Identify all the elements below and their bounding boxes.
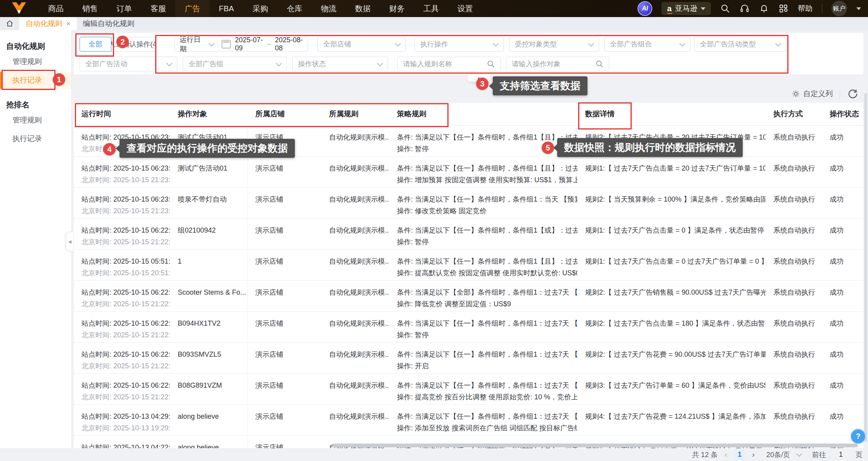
search-icon[interactable] xyxy=(720,3,730,14)
nav-item-广告[interactable]: 广告 xyxy=(175,0,210,17)
refresh-icon[interactable] xyxy=(847,88,859,100)
cell-data-detail[interactable]: 规则1:【 过去7天广告点击量 = 0 】满足条件，状态由暂停，调整为暂 xyxy=(577,219,766,249)
page-number-button[interactable]: 1 xyxy=(734,449,745,460)
segment-全部[interactable]: 全部 xyxy=(80,37,111,52)
cell-data-detail[interactable]: 规则2:【 过去7天广告销售额 = 90.00US$ 过去7天广告曝光量 = 2… xyxy=(577,281,766,311)
cell-strategy-rule: 条件: 当满足以下【任一】条件组时，条件组1【且】：过去7天 【广...操作: … xyxy=(389,250,577,280)
cell-execute-mode: 系统自动执行 xyxy=(766,405,822,435)
filter-select-全部店铺[interactable]: 全部店铺 xyxy=(317,37,406,52)
account-button[interactable]: 账户 xyxy=(832,1,847,16)
cell-data-detail[interactable]: 规则4:【 过去7天广告花费 = 124.21US$ 】满足条件，添加到投放， xyxy=(577,405,766,435)
date-end-value[interactable]: 2025-08-08 xyxy=(275,36,303,52)
cell-data-detail[interactable]: 规则2:【 过去7天广告点击量 = 180 】满足条件，状态由暂停，调整为 xyxy=(577,312,766,342)
cell-operation-target[interactable]: along believe xyxy=(170,436,248,449)
close-icon[interactable]: × xyxy=(66,20,71,28)
prev-page-button[interactable]: ‹ xyxy=(724,450,728,459)
home-tab-button[interactable] xyxy=(3,17,16,30)
strategy-action: 操作: 提高默认竞价 按固定值调整 使用实时默认竞价: US$0.02，默... xyxy=(397,267,572,279)
rule-name-search-input[interactable]: 请输入规则名称 xyxy=(397,57,501,71)
cell-operation-target[interactable]: 组02100942 xyxy=(170,219,248,249)
search-icon[interactable] xyxy=(487,60,495,68)
filter-select-全部广告活动[interactable]: 全部广告活动 xyxy=(80,57,177,71)
table-row: 站点时间: 2025-10-15 05:51:49北京时间: 2025-10-1… xyxy=(74,250,863,281)
sidebar-item-管理规则[interactable]: 管理规则 xyxy=(0,112,71,129)
nav-item-财务[interactable]: 财务 xyxy=(380,0,414,17)
cell-run-time: 站点时间: 2025-10-15 06:23:08北京时间: 2025-10-1… xyxy=(74,157,170,187)
vertical-scrollbar-thumb[interactable] xyxy=(864,93,867,442)
chevron-down-icon xyxy=(796,451,802,457)
nav-item-工具[interactable]: 工具 xyxy=(414,0,448,17)
filter-select-全部广告组合[interactable]: 全部广告组合 xyxy=(604,37,690,52)
customize-columns-button[interactable]: 自定义列 xyxy=(792,89,833,99)
strategy-action: 操作: 提高竞价 按百分比调整 使用原始竞价: 10 %，竞价上限:US$... xyxy=(397,391,572,403)
brand-logo-icon[interactable] xyxy=(10,1,28,16)
cell-shop: 演示店铺 xyxy=(248,250,321,280)
help-float-button[interactable]: ? xyxy=(851,429,866,444)
filter-select-操作状态[interactable]: 操作状态 xyxy=(292,57,388,71)
rule-name-placeholder: 请输入规则名称 xyxy=(403,59,452,69)
notification-bell-icon[interactable] xyxy=(759,3,769,14)
nav-item-采购[interactable]: 采购 xyxy=(243,0,277,17)
cell-data-detail[interactable]: 规则1:【 过去7天广告点击量 = 20 过去7天广告订单量 = 10 】满足条 xyxy=(577,157,766,187)
tabs-container: 自动化规则×编辑自动化规则 xyxy=(16,17,141,30)
tab-编辑自动化规则[interactable]: 编辑自动化规则 xyxy=(77,17,141,30)
sidebar-item-管理规则[interactable]: 管理规则 xyxy=(0,53,71,70)
nav-item-数据[interactable]: 数据 xyxy=(346,0,380,17)
gear-icon xyxy=(792,90,800,98)
next-page-button[interactable]: › xyxy=(751,450,755,459)
goto-page-input[interactable]: 1 xyxy=(832,449,849,461)
account-chevron-down-icon[interactable] xyxy=(856,7,861,10)
nav-item-订单[interactable]: 订单 xyxy=(107,0,141,17)
cell-operation-target[interactable]: B093SMVZL5 xyxy=(170,343,248,373)
cell-data-detail[interactable]: 规则1:【 过去7天广告点击量 = 0 过去7天广告订单量 = 0 】满足条件 xyxy=(577,250,766,280)
horizontal-scrollbar-thumb[interactable] xyxy=(332,444,858,447)
sidebar-collapse-handle[interactable]: ◀ xyxy=(66,232,73,251)
cell-operation-target[interactable]: 1 xyxy=(170,250,248,280)
page-size-select[interactable]: 20条/页 xyxy=(762,449,806,461)
cell-operation-target[interactable]: Scooter Stems & Fo... xyxy=(170,281,248,311)
cell-data-detail[interactable]: 规则2:【 过去7天广告花费 = 90.00US$ 过去7天广告订单量 = 80… xyxy=(577,343,766,373)
search-icon[interactable] xyxy=(596,60,603,68)
marketplace-switcher[interactable]: a 亚马逊 xyxy=(662,2,711,15)
chevron-down-icon xyxy=(588,40,594,47)
cell-operation-target[interactable]: B094HX1TV2 xyxy=(170,312,248,342)
nav-item-仓库[interactable]: 仓库 xyxy=(277,0,312,17)
strategy-condition: 条件: 当满足以下【全部】条件组时，条件组1：过去7天 【广告曝光... xyxy=(397,287,572,298)
table-row: 站点时间: 2025-10-15 06:23:08北京时间: 2025-10-1… xyxy=(74,188,863,219)
cell-status: 成功 xyxy=(822,188,863,218)
column-header-策略规则: 策略规则 xyxy=(389,103,577,125)
run-date-range-picker[interactable]: 运行日期 2025-07-09 ~ 2025-08-08 xyxy=(175,37,308,52)
date-type-select[interactable]: 运行日期 xyxy=(180,35,202,54)
cell-operation-target[interactable]: B08G891VZM xyxy=(170,374,248,404)
operation-target-search-input[interactable]: 请输入操作对象 xyxy=(506,57,609,71)
strategy-action: 操作: 暂停 xyxy=(397,236,572,248)
cell-status: 成功 xyxy=(822,126,863,156)
cell-data-detail[interactable]: 规则3:【 过去7天广告订单量 = 60 】满足条件，竞价由US$11.0调整 xyxy=(577,374,766,404)
cell-data-detail[interactable]: 规则2:【 当天预算剩余 = 100% 】满足条件，竞价策略由固定竞价调整 xyxy=(577,188,766,218)
cell-rule-name: 自动化规则演示模... xyxy=(321,157,389,187)
nav-item-设置[interactable]: 设置 xyxy=(448,0,482,17)
cell-operation-target[interactable]: 测试广告活动01 xyxy=(170,157,248,187)
cell-operation-target[interactable]: along believe xyxy=(170,405,248,435)
filter-select-受控对象类型[interactable]: 受控对象类型 xyxy=(509,37,599,52)
top-navbar: 商品销售订单客服广告FBA采购仓库物流数据财务工具设置 AI a 亚马逊 帮助 xyxy=(0,0,868,17)
cell-operation-target[interactable]: 喷泉不带灯自动 xyxy=(170,188,248,218)
filter-select-执行操作[interactable]: 执行操作 xyxy=(414,37,504,52)
nav-item-客服[interactable]: 客服 xyxy=(141,0,175,17)
nav-item-销售[interactable]: 销售 xyxy=(73,0,107,17)
help-link[interactable]: 帮助 xyxy=(798,3,813,14)
headset-icon[interactable] xyxy=(740,3,750,14)
date-start-value[interactable]: 2025-07-09 xyxy=(235,36,263,52)
cell-run-time: 站点时间: 2025-10-13 04:22:27 xyxy=(74,436,170,449)
nav-item-商品[interactable]: 商品 xyxy=(39,0,73,17)
tab-自动化规则[interactable]: 自动化规则× xyxy=(19,17,77,30)
nav-item-FBA[interactable]: FBA xyxy=(210,0,243,17)
site-time: 站点时间: 2025-10-15 06:23:08 xyxy=(81,193,165,205)
nav-item-物流[interactable]: 物流 xyxy=(312,0,346,17)
apps-grid-icon[interactable] xyxy=(778,3,788,14)
filter-select-全部广告组[interactable]: 全部广告组 xyxy=(183,57,287,71)
ai-assistant-button[interactable]: AI xyxy=(638,1,652,16)
annotation-badge-3: 3 xyxy=(476,78,489,90)
sidebar-item-执行记录[interactable]: 执行记录 xyxy=(0,130,71,147)
filter-select-全部广告活动类型[interactable]: 全部广告活动类型 xyxy=(694,37,786,52)
